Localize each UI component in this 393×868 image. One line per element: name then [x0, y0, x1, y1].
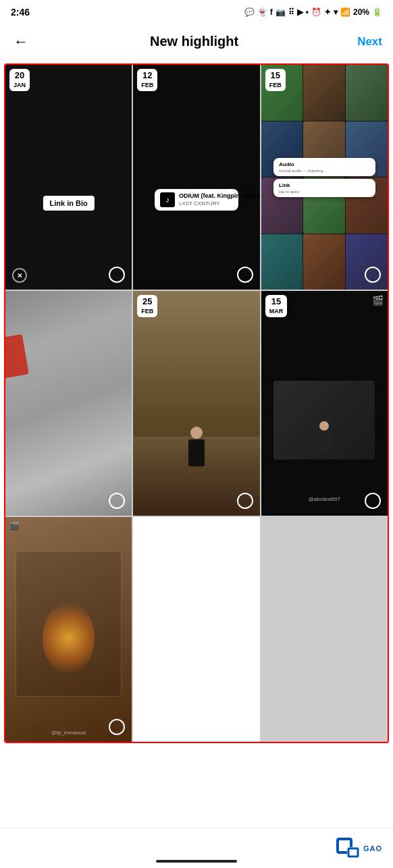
gao-text: GAO	[363, 844, 382, 852]
date-badge-1: 20 Jan	[9, 69, 30, 91]
person-head-6	[319, 421, 329, 431]
date-badge-3: 15 Feb	[265, 69, 286, 91]
video-thumb-6	[273, 381, 375, 460]
story-cell-4[interactable]	[5, 291, 132, 516]
story-cell-5[interactable]: 25 Feb	[133, 291, 259, 516]
person-6	[318, 421, 330, 452]
light-glow-7	[43, 602, 95, 674]
bluetooth-icon: ✦	[324, 7, 331, 17]
instagram-icon: 📷	[276, 7, 286, 17]
select-circle-2[interactable]	[237, 267, 253, 283]
snapchat-icon: 👻	[257, 7, 267, 17]
stories-grid-wrapper: 20 Jan Link in Bio ✕ 12 Feb ♪ ODIUM (fea…	[4, 63, 389, 743]
wifi-icon: ▾	[334, 7, 338, 17]
page-title: New highlight	[150, 34, 238, 49]
date-badge-6: 15 Mar	[265, 295, 288, 317]
select-circle-3[interactable]	[365, 267, 381, 283]
battery-icon: 🔋	[372, 7, 382, 17]
story-cell-7[interactable]: 🎬 @bjt_emmanuel	[5, 517, 132, 742]
music-badge: ♪ ODIUM (feat. Kingpin Skinny Pimp) LXST…	[155, 189, 238, 211]
date-badge-5: 25 Feb	[137, 295, 157, 317]
date-badge-2: 12 Feb	[137, 69, 157, 91]
music-info: ODIUM (feat. Kingpin Skinny Pimp) LXST C…	[179, 192, 233, 207]
youtube-icon: ▶	[297, 7, 303, 17]
overlay-card-2: Link tap to open	[273, 179, 375, 197]
story-cell-6[interactable]: 15 Mar 🎬 @abctest007	[261, 291, 388, 516]
story-cell-8-empty	[133, 517, 259, 742]
signal-icon: 📶	[340, 7, 350, 17]
grid-icon: ⠿	[288, 7, 294, 17]
select-circle-6[interactable]	[365, 493, 381, 509]
red-object	[5, 334, 29, 379]
facebook-icon: f	[270, 7, 273, 17]
gao-logo: GAO	[336, 838, 382, 859]
back-button[interactable]: ←	[11, 30, 31, 53]
status-time: 2:46	[11, 7, 30, 18]
music-art-icon: ♪	[160, 192, 175, 207]
battery-text: 20%	[353, 7, 369, 17]
story-cell-2[interactable]: 12 Feb ♪ ODIUM (feat. Kingpin Skinny Pim…	[133, 65, 259, 290]
story-cell-1[interactable]: 20 Jan Link in Bio ✕	[5, 65, 132, 290]
status-bar: 2:46 💬 👻 f 📷 ⠿ ▶ • ⏰ ✦ ▾ 📶 20% 🔋	[0, 0, 393, 24]
next-button[interactable]: Next	[357, 35, 382, 49]
dot-icon: •	[306, 7, 309, 17]
person-5	[188, 427, 205, 466]
remove-icon: ✕	[12, 268, 27, 283]
home-indicator	[156, 860, 237, 863]
collage-photos: Audio crystal audio — listening... Link …	[261, 65, 388, 290]
story-frame-7	[16, 551, 122, 697]
reel-icon-6: 🎬	[372, 295, 384, 306]
message-icon: 💬	[244, 7, 255, 17]
gao-icon	[336, 838, 361, 859]
person-body-6	[318, 431, 330, 452]
select-circle-1[interactable]	[109, 267, 125, 283]
reel-icon-7: 🎬	[9, 521, 20, 531]
link-in-bio-text: Link in Bio	[43, 196, 95, 211]
overlay-cards: Audio crystal audio — listening... Link …	[261, 65, 388, 290]
stories-grid: 20 Jan Link in Bio ✕ 12 Feb ♪ ODIUM (fea…	[5, 65, 388, 742]
select-circle-5[interactable]	[237, 493, 253, 509]
music-artist: LXST CXNTURY	[179, 200, 233, 207]
header: ← New highlight Next	[0, 24, 393, 59]
person-body-5	[188, 439, 205, 466]
gao-svg	[336, 838, 361, 859]
status-icons: 💬 👻 f 📷 ⠿ ▶ • ⏰ ✦ ▾ 📶 20% 🔋	[244, 7, 382, 17]
person-head-5	[190, 427, 203, 439]
overlay-card-1: Audio crystal audio — listening...	[273, 158, 375, 176]
music-title: ODIUM (feat. Kingpin Skinny Pimp)	[179, 192, 233, 200]
alarm-icon: ⏰	[311, 7, 321, 17]
story-cell-3[interactable]: 15 Feb	[261, 65, 388, 290]
grey-photo-content	[5, 291, 132, 516]
